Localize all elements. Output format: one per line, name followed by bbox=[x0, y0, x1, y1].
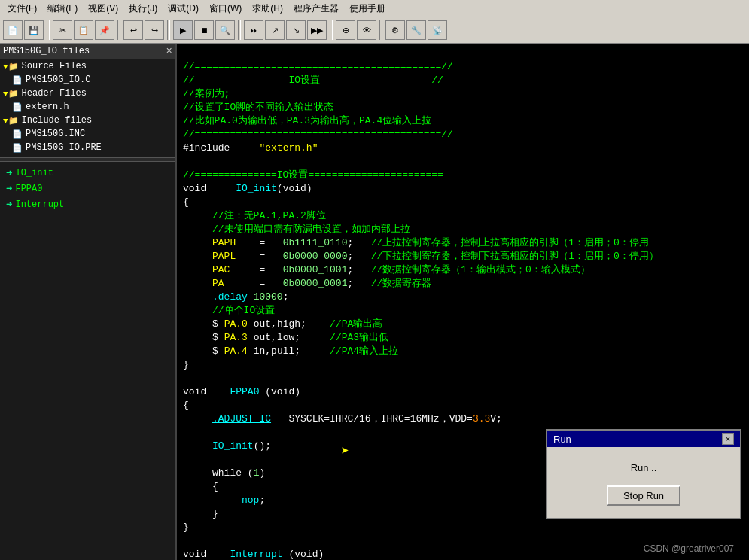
watermark: CSDN @greatriver007 bbox=[644, 543, 734, 554]
toolbar-redo[interactable]: ↪ bbox=[145, 20, 164, 40]
menu-view[interactable]: 视图(V) bbox=[84, 1, 123, 17]
file-icon-3: 📄 bbox=[12, 129, 23, 139]
run-dialog: Run × Run .. Stop Run bbox=[546, 429, 741, 519]
toolbar-extra3[interactable]: 📡 bbox=[428, 20, 447, 40]
file-icon-2: 📄 bbox=[12, 102, 23, 112]
sidebar-label-header-files: Header Files bbox=[22, 88, 87, 99]
menu-manual[interactable]: 使用手册 bbox=[345, 1, 390, 17]
sidebar-item-pms-pre[interactable]: 📄 PMS150G_IO.PRE bbox=[0, 141, 175, 154]
toolbar-stepout[interactable]: ↘ bbox=[286, 20, 306, 40]
toolbar: 📄 💾 ✂ 📋 📌 ↩ ↪ ▶ ⏹ 🔍 ⏭ ↗ ↘ ▶▶ ⊕ 👁 ⚙ 🔧 📡 bbox=[0, 17, 749, 44]
toolbar-paste[interactable]: 📌 bbox=[95, 20, 114, 40]
toolbar-extra2[interactable]: 🔧 bbox=[406, 20, 426, 40]
sidebar-header: PMS150G_IO files × bbox=[0, 44, 175, 59]
code-editor[interactable]: //======================================… bbox=[177, 44, 749, 560]
menu-edit[interactable]: 编辑(E) bbox=[43, 1, 82, 17]
sidebar-divider bbox=[0, 157, 175, 162]
func-arrow-3: ➜ bbox=[6, 198, 12, 211]
toolbar-undo[interactable]: ↩ bbox=[123, 20, 143, 40]
sidebar-label-include-files: Include files bbox=[22, 115, 93, 126]
menu-file[interactable]: 文件(F) bbox=[3, 1, 41, 17]
sidebar-func-interrupt[interactable]: ➜ Interrupt bbox=[0, 196, 175, 212]
dialog-title-text: Run bbox=[553, 434, 571, 445]
sidebar-item-header-files[interactable]: ▼📁 Header Files bbox=[0, 87, 175, 100]
sidebar-item-include-files[interactable]: ▼📁 Include files bbox=[0, 114, 175, 127]
folder-icon-2: ▼📁 bbox=[3, 89, 19, 99]
sidebar-label-source-files: Source Files bbox=[22, 61, 87, 72]
stop-run-button[interactable]: Stop Run bbox=[607, 485, 680, 506]
toolbar-debug[interactable]: 🔍 bbox=[215, 20, 235, 40]
menu-window[interactable]: 窗口(W) bbox=[205, 1, 246, 17]
sidebar: PMS150G_IO files × ▼📁 Source Files 📄 PMS… bbox=[0, 44, 177, 560]
dialog-close-btn[interactable]: × bbox=[722, 433, 734, 445]
toolbar-step[interactable]: ⏭ bbox=[244, 20, 263, 40]
sidebar-item-io-c[interactable]: 📄 PMS150G_IO.C bbox=[0, 73, 175, 87]
toolbar-run[interactable]: ▶▶ bbox=[307, 20, 327, 40]
sidebar-func-label-interrupt: Interrupt bbox=[15, 199, 64, 210]
sidebar-item-source-files[interactable]: ▼📁 Source Files bbox=[0, 59, 175, 73]
toolbar-sep2 bbox=[117, 20, 120, 40]
toolbar-cut[interactable]: ✂ bbox=[53, 20, 72, 40]
toolbar-sep5 bbox=[330, 20, 333, 40]
sidebar-func-label-io-init: IO_init bbox=[15, 168, 53, 178]
sidebar-label-pms-inc: PMS150G.INC bbox=[26, 129, 85, 139]
sidebar-item-extern-h[interactable]: 📄 extern.h bbox=[0, 100, 175, 114]
toolbar-breakpoint[interactable]: ⊕ bbox=[336, 20, 355, 40]
file-icon-1: 📄 bbox=[12, 75, 23, 85]
sidebar-func-fppa0[interactable]: ➜ FPPA0 bbox=[0, 181, 175, 196]
toolbar-extra1[interactable]: ⚙ bbox=[385, 20, 405, 40]
menu-help[interactable]: 求助(H) bbox=[248, 1, 288, 17]
folder-icon-3: ▼📁 bbox=[3, 116, 19, 126]
toolbar-watch[interactable]: 👁 bbox=[357, 20, 376, 40]
dialog-title-bar: Run × bbox=[547, 431, 740, 447]
toolbar-save[interactable]: 💾 bbox=[24, 20, 44, 40]
sidebar-label-io-c: PMS150G_IO.C bbox=[26, 75, 90, 85]
sidebar-label-extern-h: extern.h bbox=[26, 102, 69, 112]
folder-icon: ▼📁 bbox=[3, 62, 19, 72]
menubar: 文件(F) 编辑(E) 视图(V) 执行(J) 调试(D) 窗口(W) 求助(H… bbox=[0, 0, 749, 17]
dialog-status-text: Run .. bbox=[631, 462, 657, 473]
sidebar-label-pms-pre: PMS150G_IO.PRE bbox=[26, 142, 102, 153]
file-icon-4: 📄 bbox=[12, 143, 23, 153]
sidebar-close-btn[interactable]: × bbox=[166, 45, 172, 57]
toolbar-copy[interactable]: 📋 bbox=[74, 20, 93, 40]
toolbar-sep3 bbox=[167, 20, 170, 40]
sidebar-title: PMS150G_IO files bbox=[3, 46, 90, 56]
func-arrow-2: ➜ bbox=[6, 182, 12, 195]
dialog-body: Run .. Stop Run bbox=[547, 447, 740, 518]
menu-run[interactable]: 执行(J) bbox=[124, 1, 162, 17]
sidebar-func-label-fppa0: FPPA0 bbox=[15, 184, 42, 194]
toolbar-sep4 bbox=[238, 20, 241, 40]
sidebar-item-pms-inc[interactable]: 📄 PMS150G.INC bbox=[0, 127, 175, 141]
toolbar-sep1 bbox=[47, 20, 50, 40]
func-arrow-1: ➜ bbox=[6, 166, 12, 179]
toolbar-stepover[interactable]: ↗ bbox=[265, 20, 285, 40]
sidebar-func-io-init[interactable]: ➜ IO_init bbox=[0, 165, 175, 181]
debug-arrow-indicator: ➤ bbox=[341, 443, 349, 459]
toolbar-sep6 bbox=[379, 20, 382, 40]
main-layout: PMS150G_IO files × ▼📁 Source Files 📄 PMS… bbox=[0, 44, 749, 560]
menu-codegen[interactable]: 程序产生器 bbox=[289, 1, 343, 17]
menu-debug[interactable]: 调试(D) bbox=[163, 1, 203, 17]
toolbar-stop[interactable]: ⏹ bbox=[194, 20, 214, 40]
toolbar-build[interactable]: ▶ bbox=[173, 20, 193, 40]
toolbar-new[interactable]: 📄 bbox=[3, 20, 23, 40]
